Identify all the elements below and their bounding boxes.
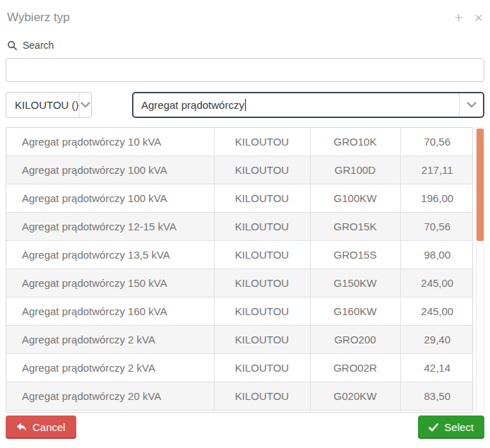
cell-name: Agregat prądotwórczy 2 kVA — [6, 354, 214, 382]
table-row[interactable]: Agregat prądotwórczy 200 kVAKILOUTOUG200… — [6, 411, 473, 413]
dialog-footer: Cancel Select — [6, 415, 484, 439]
cell-brand: KILOUTOU — [214, 213, 310, 241]
close-icon[interactable]: × — [474, 11, 483, 25]
cell-brand: KILOUTOU — [214, 354, 310, 382]
cell-brand: KILOUTOU — [214, 128, 310, 156]
magnifier-icon — [7, 40, 18, 51]
cell-name: Agregat prądotwórczy 150 kVA — [6, 269, 214, 297]
cell-code: GRO15S — [310, 241, 400, 269]
cell-brand: KILOUTOU — [214, 241, 310, 269]
select-button-label: Select — [444, 421, 474, 433]
table-row[interactable]: Agregat prądotwórczy 13,5 kVAKILOUTOUGRO… — [6, 241, 473, 269]
cell-price: 217,11 — [400, 156, 473, 184]
table-row[interactable]: Agregat prądotwórczy 2 kVAKILOUTOUGRO200… — [6, 326, 473, 354]
check-icon — [429, 423, 438, 432]
cell-code: GRO02R — [310, 354, 400, 382]
cell-price: 98,00 — [400, 241, 473, 269]
cell-name: Agregat prądotwórczy 160 kVA — [6, 297, 214, 326]
cell-code: G150KW — [310, 269, 400, 297]
cell-brand: KILOUTOU — [214, 269, 310, 297]
cell-name: Agregat prądotwórczy 10 kVA — [6, 128, 214, 156]
cell-price: 70,56 — [400, 213, 473, 241]
table-row[interactable]: Agregat prądotwórczy 2 kVAKILOUTOUGRO02R… — [6, 354, 473, 382]
select-button[interactable]: Select — [418, 415, 484, 439]
filter-row: KILOUTOU () Agregat prądotwórczy — [6, 92, 484, 118]
cancel-button[interactable]: Cancel — [6, 415, 76, 439]
table-row[interactable]: Agregat prądotwórczy 20 kVAKILOUTOUG020K… — [6, 382, 473, 411]
cell-name: Agregat prądotwórczy 13,5 kVA — [6, 241, 214, 269]
scrollbar-thumb[interactable] — [477, 129, 484, 241]
dialog-title: Wybierz typ — [7, 11, 443, 25]
cell-price: 29,40 — [400, 326, 473, 354]
cell-code: G160KW — [310, 297, 400, 326]
cell-name: Agregat prądotwórczy 200 kVA — [6, 411, 214, 413]
table-row[interactable]: Agregat prądotwórczy 160 kVAKILOUTOUG160… — [6, 297, 473, 326]
results-table: Agregat prądotwórczy 10 kVAKILOUTOUGRO10… — [6, 128, 473, 413]
chevron-down-icon[interactable] — [459, 93, 483, 117]
cell-code: GR100D — [310, 156, 400, 184]
cell-price: 343,00 — [400, 411, 473, 413]
dialog-header: Wybierz typ + × — [6, 0, 484, 28]
table-row[interactable]: Agregat prądotwórczy 100 kVAKILOUTOUG100… — [6, 184, 473, 213]
cell-price: 196,00 — [400, 184, 473, 213]
cancel-button-label: Cancel — [32, 421, 66, 433]
cell-code: GRO10K — [310, 128, 400, 156]
add-icon[interactable]: + — [454, 11, 462, 25]
results-table-container: Agregat prądotwórczy 10 kVAKILOUTOUGRO10… — [6, 127, 473, 413]
table-row[interactable]: Agregat prądotwórczy 10 kVAKILOUTOUGRO10… — [6, 128, 473, 156]
cell-name: Agregat prądotwórczy 2 kVA — [6, 326, 214, 354]
table-row[interactable]: Agregat prądotwórczy 12-15 kVAKILOUTOUGR… — [6, 213, 473, 241]
choose-type-dialog: Wybierz typ + × Search KILOUTOU () Agreg… — [0, 0, 490, 448]
cell-name: Agregat prądotwórczy 12-15 kVA — [6, 213, 214, 241]
cell-brand: KILOUTOU — [214, 411, 310, 413]
cell-price: 245,00 — [400, 269, 473, 297]
search-input[interactable] — [6, 58, 484, 82]
brand-select-value: KILOUTOU () — [6, 93, 79, 117]
cell-brand: KILOUTOU — [214, 156, 310, 184]
text-cursor — [245, 99, 246, 111]
search-label: Search — [23, 40, 54, 51]
cell-price: 70,56 — [400, 128, 473, 156]
brand-select[interactable]: KILOUTOU () — [6, 92, 92, 118]
table-row[interactable]: Agregat prądotwórczy 100 kVAKILOUTOUGR10… — [6, 156, 473, 184]
type-table-body: Agregat prądotwórczy 10 kVAKILOUTOUGRO10… — [6, 128, 473, 413]
cell-brand: KILOUTOU — [214, 382, 310, 411]
cell-brand: KILOUTOU — [214, 184, 310, 213]
results-area: Agregat prądotwórczy 10 kVAKILOUTOUGRO10… — [6, 127, 484, 413]
cell-brand: KILOUTOU — [214, 297, 310, 326]
cell-name: Agregat prądotwórczy 100 kVA — [6, 156, 214, 184]
cell-price: 83,50 — [400, 382, 473, 411]
type-combobox-value: Agregat prądotwórczy — [141, 99, 244, 111]
cell-code: G200KW — [310, 411, 400, 413]
cell-brand: KILOUTOU — [214, 326, 310, 354]
scrollbar-track[interactable] — [476, 127, 484, 413]
back-arrow-icon — [16, 423, 27, 432]
cell-code: G100KW — [310, 184, 400, 213]
type-combobox[interactable]: Agregat prądotwórczy — [132, 92, 484, 118]
cell-code: GRO200 — [310, 326, 400, 354]
table-row[interactable]: Agregat prądotwórczy 150 kVAKILOUTOUG150… — [6, 269, 473, 297]
search-label-row: Search — [7, 38, 483, 52]
cell-code: G020KW — [310, 382, 400, 411]
cell-price: 245,00 — [400, 297, 473, 326]
cell-code: GRO15K — [310, 213, 400, 241]
chevron-down-icon[interactable] — [79, 93, 91, 117]
cell-name: Agregat prądotwórczy 100 kVA — [6, 184, 214, 213]
cell-name: Agregat prądotwórczy 20 kVA — [6, 382, 214, 411]
cell-price: 42,14 — [400, 354, 473, 382]
